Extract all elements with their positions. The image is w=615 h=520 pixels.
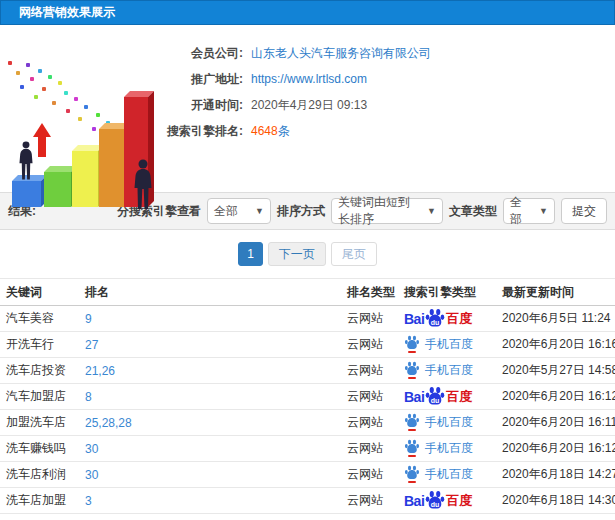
page-button-1[interactable]: 1 [238,242,263,266]
rank-type-cell: 云网站 [343,332,400,358]
svg-text:du: du [431,319,440,326]
updated-cell: 2020年6月20日 16:16 [498,332,615,358]
keyword-cell: 洗车店利润 [0,462,85,488]
col-header-rank-type: 排名类型 [343,279,400,306]
rank-count-unit: 条 [278,124,290,138]
mobile-baidu-paw-icon [404,413,420,431]
rank-cell[interactable]: 9 [85,306,343,332]
filter-controls: 分搜索引擎查看 全部 ▼ 排序方式 关键词由短到长排序 ▼ 文章类型 全部 ▼ … [117,198,607,224]
table-row: 洗车店利润 30 云网站 手机百度 2020年6月18日 14:27 [0,462,615,488]
article-type-label: 文章类型 [449,203,497,220]
rank-type-cell: 云网站 [343,410,400,436]
rank-cell[interactable]: 30 [85,462,343,488]
confetti-dots [8,61,12,65]
rank-cell[interactable]: 27 [85,332,343,358]
results-table: 关键词 排名 排名类型 搜索引擎类型 最新更新时间 汽车美容 9 云网站 Bai… [0,278,615,514]
col-header-rank: 排名 [85,279,343,306]
rank-cell[interactable]: 30 [85,436,343,462]
mobile-baidu-paw-icon [404,465,420,483]
mobile-baidu-logo: 手机百度 [404,439,473,457]
bar-yellow [72,151,98,207]
table-row: 汽车美容 9 云网站 Bai du 百度 2020年6月5日 11:24 [0,306,615,332]
promo-url-link[interactable]: https://www.lrtlsd.com [251,72,367,86]
svg-text:du: du [431,397,440,404]
updated-cell: 2020年6月20日 16:12 [498,436,615,462]
rank-type-cell: 云网站 [343,436,400,462]
keyword-cell: 开洗车行 [0,332,85,358]
updated-cell: 2020年6月5日 11:24 [498,306,615,332]
engine-type-cell: 手机百度 [400,462,498,488]
baidu-paw-icon: du [425,490,445,511]
rank-cell[interactable]: 21,26 [85,358,343,384]
updated-cell: 2020年6月18日 14:30 [498,488,615,514]
col-header-updated: 最新更新时间 [498,279,615,306]
engine-type-cell: Bai du 百度 [400,384,498,410]
engine-select[interactable]: 全部 ▼ [207,198,271,224]
engine-type-cell: 手机百度 [400,436,498,462]
mobile-baidu-paw-icon [404,335,420,353]
rank-type-cell: 云网站 [343,462,400,488]
rank-type-cell: 云网站 [343,306,400,332]
mobile-baidu-logo: 手机百度 [404,465,473,483]
table-row: 洗车店投资 21,26 云网站 手机百度 2020年5月27日 14:58 [0,358,615,384]
table-row: 加盟洗车店 25,28,28 云网站 手机百度 2020年6月20日 16:11 [0,410,615,436]
next-page-button[interactable]: 下一页 [268,242,326,266]
bar-blue [12,181,41,207]
baidu-logo: Bai du 百度 [404,490,472,511]
col-header-keyword: 关键词 [0,279,85,306]
keyword-cell: 洗车店加盟 [0,488,85,514]
baidu-logo: Bai du 百度 [404,386,472,407]
article-type-select[interactable]: 全部 ▼ [503,198,555,224]
submit-button[interactable]: 提交 [561,198,607,224]
rank-type-cell: 云网站 [343,488,400,514]
rank-cell[interactable]: 8 [85,384,343,410]
engine-type-cell: 手机百度 [400,358,498,384]
sort-select[interactable]: 关键词由短到长排序 ▼ [331,198,443,224]
mobile-baidu-logo: 手机百度 [404,361,473,379]
info-section: 会员公司: 山东老人头汽车服务咨询有限公司 推广地址: https://www.… [0,25,615,192]
page-title: 网络营销效果展示 [1,4,115,21]
engine-type-cell: 手机百度 [400,332,498,358]
chevron-down-icon: ▼ [427,206,436,216]
sort-select-value: 关键词由短到长排序 [338,194,421,228]
table-row: 洗车店加盟 3 云网站 Bai du 百度 2020年6月18日 14:30 [0,488,615,514]
keyword-cell: 汽车美容 [0,306,85,332]
businessman-left-icon [15,141,37,181]
engine-type-cell: Bai du 百度 [400,306,498,332]
company-link[interactable]: 山东老人头汽车服务咨询有限公司 [251,45,431,62]
updated-cell: 2020年6月18日 14:27 [498,462,615,488]
svg-text:du: du [431,501,440,508]
bar-orange [99,129,124,207]
sort-label: 排序方式 [277,203,325,220]
chevron-down-icon: ▼ [539,206,548,216]
keyword-cell: 洗车店投资 [0,358,85,384]
keyword-cell: 洗车赚钱吗 [0,436,85,462]
bar-green [44,172,71,207]
baidu-logo: Bai du 百度 [404,308,472,329]
bar-chart-illustration [0,53,182,219]
rank-type-cell: 云网站 [343,384,400,410]
baidu-paw-icon: du [425,308,445,329]
pagination: 1 下一页 尾页 [0,230,615,278]
keyword-cell: 加盟洗车店 [0,410,85,436]
updated-cell: 2020年5月27日 14:58 [498,358,615,384]
col-header-engine-type: 搜索引擎类型 [400,279,498,306]
chevron-down-icon: ▼ [255,206,264,216]
updated-cell: 2020年6月20日 16:12 [498,384,615,410]
mobile-baidu-paw-icon [404,439,420,457]
baidu-paw-icon: du [425,386,445,407]
engine-select-value: 全部 [214,203,238,220]
engine-type-cell: 手机百度 [400,410,498,436]
last-page-button[interactable]: 尾页 [331,242,377,266]
table-row: 洗车赚钱吗 30 云网站 手机百度 2020年6月20日 16:12 [0,436,615,462]
open-time-value: 2020年4月29日 09:13 [251,97,367,114]
keyword-cell: 汽车加盟店 [0,384,85,410]
rank-cell[interactable]: 25,28,28 [85,410,343,436]
table-body: 汽车美容 9 云网站 Bai du 百度 2020年6月5日 11:24 开洗车… [0,306,615,514]
rank-cell[interactable]: 3 [85,488,343,514]
title-bar: 网络营销效果展示 [0,0,615,25]
page: 网络营销效果展示 会员公司: 山东老人头汽车服务咨询有限公司 推广地址: htt… [0,0,615,520]
updated-cell: 2020年6月20日 16:11 [498,410,615,436]
rank-count-value: 4648条 [251,123,290,140]
mobile-baidu-logo: 手机百度 [404,335,473,353]
